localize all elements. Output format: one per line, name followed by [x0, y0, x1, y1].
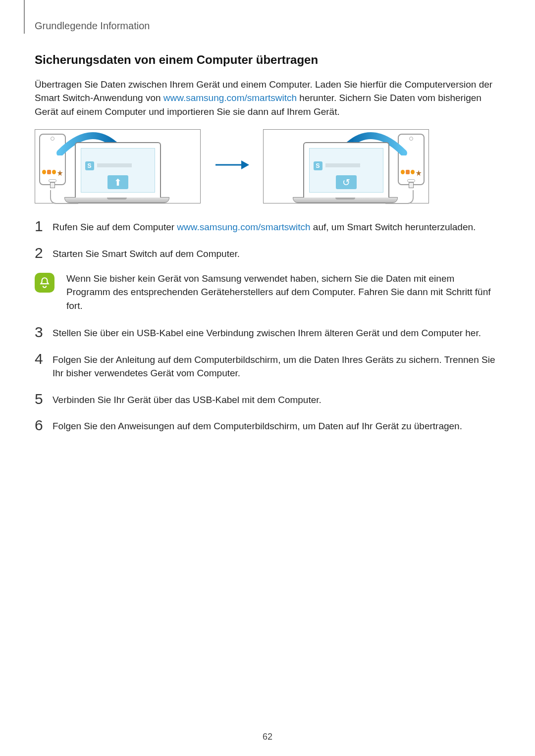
step-2: 2 Starten Sie Smart Switch auf dem Compu…	[35, 245, 500, 261]
step-4: 4 Folgen Sie der Anleitung auf dem Compu…	[35, 351, 500, 380]
intro-paragraph: Übertragen Sie Daten zwischen Ihrem Gerä…	[35, 78, 500, 119]
running-header: Grundlegende Information	[35, 19, 150, 33]
step-text: Starten Sie Smart Switch auf dem Compute…	[53, 245, 500, 261]
backup-upload-icon: ⬆	[107, 175, 128, 189]
usb-plug-icon	[409, 182, 414, 188]
steps-list: 1 Rufen Sie auf dem Computer www.samsung…	[35, 218, 500, 433]
note-box: Wenn Sie bisher kein Gerät von Samsung v…	[35, 272, 500, 313]
step-3: 3 Stellen Sie über ein USB-Kabel eine Ve…	[35, 324, 500, 340]
step-1: 1 Rufen Sie auf dem Computer www.samsung…	[35, 218, 500, 234]
step-6: 6 Folgen Sie den Anweisungen auf dem Com…	[35, 417, 500, 433]
step-number: 1	[35, 218, 53, 234]
note-text: Wenn Sie bisher kein Gerät von Samsung v…	[66, 272, 500, 313]
page-title: Sicherungsdaten von einem Computer übert…	[35, 51, 500, 69]
note-bell-icon	[35, 273, 54, 293]
arrow-right-icon	[214, 159, 249, 175]
usb-cable-icon	[50, 190, 78, 204]
step-number: 4	[35, 351, 53, 380]
header-rule	[24, 0, 25, 34]
page-number: 62	[0, 730, 535, 743]
step-number: 6	[35, 417, 53, 433]
step-1-post: auf, um Smart Switch herunterzuladen.	[311, 222, 476, 232]
step-number: 5	[35, 391, 53, 407]
smartswitch-logo-icon: S	[314, 161, 322, 170]
restore-icon: ↺	[336, 175, 357, 189]
step-text: Stellen Sie über ein USB-Kabel eine Verb…	[53, 324, 500, 340]
usb-plug-icon	[50, 182, 55, 188]
step-text: Rufen Sie auf dem Computer www.samsung.c…	[53, 218, 500, 234]
usb-cable-icon	[385, 190, 414, 204]
step-number: 2	[35, 245, 53, 261]
phone-home-icons	[401, 170, 422, 176]
step-5: 5 Verbinden Sie Ihr Gerät über das USB-K…	[35, 391, 500, 407]
step-number: 3	[35, 324, 53, 340]
page-content: Sicherungsdaten von einem Computer übert…	[35, 51, 500, 444]
smartswitch-link[interactable]: www.samsung.com/smartswitch	[163, 93, 297, 103]
figure-panel-restore: S ↺	[263, 129, 429, 203]
smartswitch-logo-icon: S	[85, 161, 94, 170]
step-1-pre: Rufen Sie auf dem Computer	[53, 222, 177, 232]
smartswitch-link[interactable]: www.samsung.com/smartswitch	[177, 222, 310, 232]
step-text: Verbinden Sie Ihr Gerät über das USB-Kab…	[53, 391, 500, 407]
laptop-icon: S ↺	[303, 142, 389, 203]
laptop-icon: S ⬆	[75, 142, 161, 203]
transfer-figure: S ⬆	[35, 129, 500, 203]
step-text: Folgen Sie der Anleitung auf dem Compute…	[53, 351, 500, 380]
phone-home-icons	[42, 170, 63, 176]
step-text: Folgen Sie den Anweisungen auf dem Compu…	[53, 417, 500, 433]
figure-panel-backup: S ⬆	[35, 129, 201, 203]
